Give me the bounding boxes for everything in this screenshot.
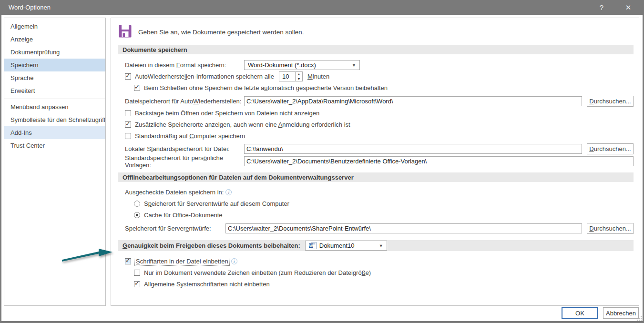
local-default-label: Lokaler Standardspeicherort für Datei: <box>125 145 244 152</box>
fidelity-label: Genauigkeit beim Freigeben dieses Dokume… <box>123 242 300 249</box>
sidebar-separator <box>4 99 105 99</box>
server-drafts-radio[interactable] <box>134 201 140 207</box>
sidebar-item-allgemein[interactable]: Allgemein <box>4 20 105 33</box>
ok-button[interactable]: OK <box>562 307 598 319</box>
checkedout-label: Ausgecheckte Dateien speichern in: <box>125 189 224 196</box>
sidebar-item-speichern[interactable]: Speichern <box>4 59 105 71</box>
embed-used-only-checkbox[interactable] <box>134 270 140 276</box>
spinner-up-icon[interactable]: ▲ <box>296 72 302 77</box>
section-header-dokumente-speichern: Dokumente speichern <box>118 45 634 54</box>
document-dropdown[interactable]: W Dokument10 ▼ <box>305 241 387 251</box>
keep-last-version-checkbox[interactable] <box>134 85 140 91</box>
browse-server-drafts-button[interactable]: Durchsuchen... <box>587 223 634 234</box>
browse-local-default-button[interactable]: Durchsuchen... <box>587 143 634 154</box>
server-drafts-input[interactable] <box>225 223 582 233</box>
sidebar-item-erweitert[interactable]: Erweitert <box>4 84 105 97</box>
no-system-fonts-label: Allgemeine Systemschriftarten nicht einb… <box>144 281 270 288</box>
dialog-title: Word-Optionen <box>9 4 51 11</box>
sidebar-item-dokumentpruefung[interactable]: Dokumentprüfung <box>4 46 105 59</box>
embed-fonts-checkbox[interactable] <box>125 258 131 264</box>
embed-fonts-label: Schriftarten in der Datei einbetten <box>136 258 228 265</box>
help-button[interactable]: ? <box>595 3 608 12</box>
autorecover-checkbox[interactable] <box>125 73 131 80</box>
document-dropdown-value: Dokument10 <box>319 242 355 249</box>
default-computer-checkbox[interactable] <box>125 133 131 139</box>
page-intro-text: Geben Sie an, wie Dokumente gespeichert … <box>138 29 304 36</box>
autorecover-label: AutoWiederherstellen-Informationen speic… <box>135 73 274 80</box>
save-floppy-icon <box>119 25 132 40</box>
local-default-input[interactable] <box>244 144 582 154</box>
minutes-value: 10 <box>279 72 295 81</box>
minutes-spinner[interactable]: 10 ▲ ▼ <box>279 71 303 81</box>
info-icon: i <box>225 189 232 195</box>
embed-used-only-label: Nur im Dokument verwendete Zeichen einbe… <box>144 269 371 276</box>
extra-locations-checkbox[interactable] <box>125 121 131 128</box>
minutes-label: Minuten <box>307 73 329 80</box>
embed-fonts-focus-ring: Schriftarten in der Datei einbetten <box>135 257 229 265</box>
keep-last-version-label: Beim Schließen ohne Speichern die letzte… <box>144 84 388 91</box>
chevron-down-icon: ▼ <box>375 243 383 248</box>
server-drafts-radio-label: Speicherort für Serverentwürfe auf diese… <box>144 200 289 207</box>
server-drafts-path-label: Speicherort für Serverentwürfe: <box>125 225 225 232</box>
autorecover-path-label: Dateispeicherort für AutoWiederherstelle… <box>125 98 244 105</box>
sidebar-item-anzeige[interactable]: Anzeige <box>4 33 105 46</box>
word-options-dialog: Word-Optionen ? ✕ Allgemein Anzeige Doku… <box>0 0 644 323</box>
sidebar-item-sprache[interactable]: Sprache <box>4 71 105 84</box>
chevron-down-icon: ▼ <box>348 63 356 68</box>
extra-locations-label: Zusätzliche Speicherorte anzeigen, auch … <box>135 121 350 128</box>
templates-input[interactable] <box>244 156 634 166</box>
sidebar-item-trustcenter[interactable]: Trust Center <box>4 139 105 152</box>
backstage-label: Backstage beim Öffnen oder Speichern von… <box>135 110 319 117</box>
templates-label: Standardspeicherort für persönliche Vorl… <box>125 154 244 169</box>
office-cache-radio[interactable] <box>134 212 140 218</box>
sidebar-item-menueband[interactable]: Menüband anpassen <box>4 101 105 113</box>
office-cache-radio-label: Cache für Office-Dokumente <box>144 212 223 219</box>
save-settings-panel: Geben Sie an, wie Dokumente gespeichert … <box>111 18 639 306</box>
format-dropdown[interactable]: Word-Dokument (*.docx) ▼ <box>244 60 360 70</box>
svg-text:W: W <box>309 243 313 248</box>
close-button[interactable]: ✕ <box>622 3 634 12</box>
sidebar-item-symbolleiste[interactable]: Symbolleiste für den Schnellzugriff <box>4 113 105 126</box>
section-header-fidelity: Genauigkeit beim Freigeben dieses Dokume… <box>118 240 634 251</box>
annotation-arrow <box>61 246 114 265</box>
section-header-offline: Offlinebearbeitungsoptionen für Dateien … <box>118 172 634 182</box>
resize-grip[interactable] <box>636 315 642 321</box>
info-icon: i <box>231 258 237 264</box>
title-bar: Word-Optionen ? ✕ <box>0 0 644 15</box>
spinner-down-icon[interactable]: ▼ <box>296 77 302 81</box>
default-computer-label: Standardmäßig auf Computer speichern <box>135 132 245 140</box>
word-document-icon: W <box>309 242 317 249</box>
backstage-checkbox[interactable] <box>125 110 131 116</box>
cancel-button[interactable]: Abbrechen <box>603 307 639 319</box>
no-system-fonts-checkbox[interactable] <box>134 281 140 287</box>
dialog-body: Allgemein Anzeige Dokumentprüfung Speich… <box>1 15 643 321</box>
sidebar-item-addins[interactable]: Add-Ins <box>4 126 105 139</box>
format-dropdown-value: Word-Dokument (*.docx) <box>248 61 316 69</box>
autorecover-path-input[interactable] <box>244 96 582 106</box>
format-label: Dateien in diesem Format speichern: <box>125 61 244 69</box>
browse-autorecover-button[interactable]: Durchsuchen... <box>587 96 634 107</box>
